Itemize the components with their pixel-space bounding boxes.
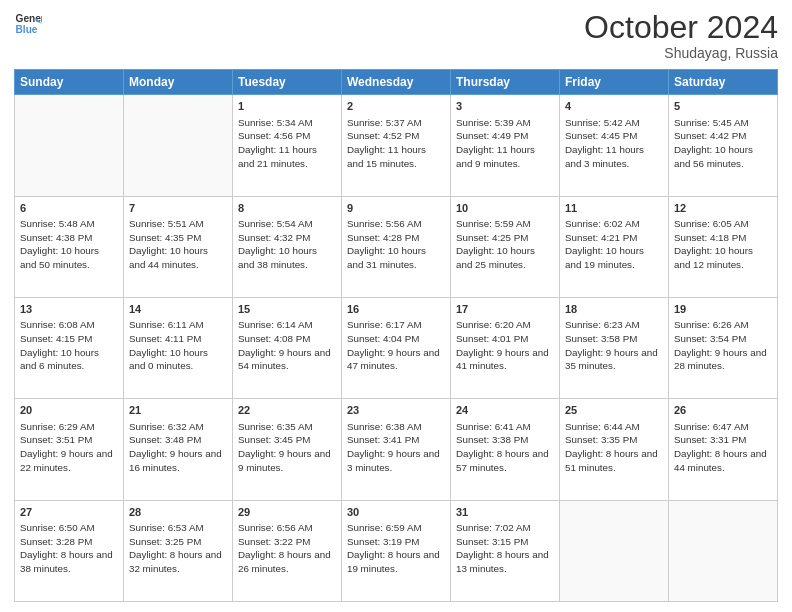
calendar-cell: 5Sunrise: 5:45 AM Sunset: 4:42 PM Daylig… <box>669 95 778 196</box>
col-header-sunday: Sunday <box>15 70 124 95</box>
day-info: Sunrise: 7:02 AM Sunset: 3:15 PM Dayligh… <box>456 521 554 576</box>
calendar-cell: 27Sunrise: 6:50 AM Sunset: 3:28 PM Dayli… <box>15 500 124 601</box>
calendar-cell <box>124 95 233 196</box>
day-number: 25 <box>565 403 663 418</box>
day-number: 22 <box>238 403 336 418</box>
day-number: 1 <box>238 99 336 114</box>
day-info: Sunrise: 6:47 AM Sunset: 3:31 PM Dayligh… <box>674 420 772 475</box>
calendar-cell: 15Sunrise: 6:14 AM Sunset: 4:08 PM Dayli… <box>233 297 342 398</box>
day-number: 29 <box>238 505 336 520</box>
calendar-cell: 1Sunrise: 5:34 AM Sunset: 4:56 PM Daylig… <box>233 95 342 196</box>
day-info: Sunrise: 5:54 AM Sunset: 4:32 PM Dayligh… <box>238 217 336 272</box>
calendar-cell: 21Sunrise: 6:32 AM Sunset: 3:48 PM Dayli… <box>124 399 233 500</box>
day-number: 8 <box>238 201 336 216</box>
day-info: Sunrise: 6:56 AM Sunset: 3:22 PM Dayligh… <box>238 521 336 576</box>
calendar-week-row: 6Sunrise: 5:48 AM Sunset: 4:38 PM Daylig… <box>15 196 778 297</box>
day-info: Sunrise: 6:29 AM Sunset: 3:51 PM Dayligh… <box>20 420 118 475</box>
page: General Blue October 2024 Shudayag, Russ… <box>0 0 792 612</box>
day-info: Sunrise: 5:34 AM Sunset: 4:56 PM Dayligh… <box>238 116 336 171</box>
day-info: Sunrise: 6:14 AM Sunset: 4:08 PM Dayligh… <box>238 318 336 373</box>
calendar-week-row: 13Sunrise: 6:08 AM Sunset: 4:15 PM Dayli… <box>15 297 778 398</box>
day-number: 10 <box>456 201 554 216</box>
day-info: Sunrise: 6:02 AM Sunset: 4:21 PM Dayligh… <box>565 217 663 272</box>
calendar-cell: 6Sunrise: 5:48 AM Sunset: 4:38 PM Daylig… <box>15 196 124 297</box>
day-info: Sunrise: 5:51 AM Sunset: 4:35 PM Dayligh… <box>129 217 227 272</box>
day-number: 17 <box>456 302 554 317</box>
day-number: 2 <box>347 99 445 114</box>
calendar-cell: 10Sunrise: 5:59 AM Sunset: 4:25 PM Dayli… <box>451 196 560 297</box>
day-info: Sunrise: 5:37 AM Sunset: 4:52 PM Dayligh… <box>347 116 445 171</box>
day-number: 15 <box>238 302 336 317</box>
day-number: 12 <box>674 201 772 216</box>
logo: General Blue <box>14 10 42 38</box>
day-info: Sunrise: 5:48 AM Sunset: 4:38 PM Dayligh… <box>20 217 118 272</box>
calendar-cell: 26Sunrise: 6:47 AM Sunset: 3:31 PM Dayli… <box>669 399 778 500</box>
calendar-cell: 9Sunrise: 5:56 AM Sunset: 4:28 PM Daylig… <box>342 196 451 297</box>
day-info: Sunrise: 6:53 AM Sunset: 3:25 PM Dayligh… <box>129 521 227 576</box>
calendar-cell: 23Sunrise: 6:38 AM Sunset: 3:41 PM Dayli… <box>342 399 451 500</box>
calendar-cell: 25Sunrise: 6:44 AM Sunset: 3:35 PM Dayli… <box>560 399 669 500</box>
day-number: 14 <box>129 302 227 317</box>
calendar-cell: 4Sunrise: 5:42 AM Sunset: 4:45 PM Daylig… <box>560 95 669 196</box>
calendar-cell: 22Sunrise: 6:35 AM Sunset: 3:45 PM Dayli… <box>233 399 342 500</box>
day-info: Sunrise: 5:39 AM Sunset: 4:49 PM Dayligh… <box>456 116 554 171</box>
calendar-cell: 13Sunrise: 6:08 AM Sunset: 4:15 PM Dayli… <box>15 297 124 398</box>
day-number: 21 <box>129 403 227 418</box>
calendar-week-row: 20Sunrise: 6:29 AM Sunset: 3:51 PM Dayli… <box>15 399 778 500</box>
col-header-monday: Monday <box>124 70 233 95</box>
day-info: Sunrise: 6:08 AM Sunset: 4:15 PM Dayligh… <box>20 318 118 373</box>
calendar-week-row: 1Sunrise: 5:34 AM Sunset: 4:56 PM Daylig… <box>15 95 778 196</box>
day-info: Sunrise: 5:59 AM Sunset: 4:25 PM Dayligh… <box>456 217 554 272</box>
title-block: October 2024 Shudayag, Russia <box>584 10 778 61</box>
day-number: 26 <box>674 403 772 418</box>
day-info: Sunrise: 6:59 AM Sunset: 3:19 PM Dayligh… <box>347 521 445 576</box>
day-number: 6 <box>20 201 118 216</box>
subtitle: Shudayag, Russia <box>584 45 778 61</box>
calendar-header-row: SundayMondayTuesdayWednesdayThursdayFrid… <box>15 70 778 95</box>
calendar-cell: 2Sunrise: 5:37 AM Sunset: 4:52 PM Daylig… <box>342 95 451 196</box>
day-number: 4 <box>565 99 663 114</box>
day-info: Sunrise: 6:41 AM Sunset: 3:38 PM Dayligh… <box>456 420 554 475</box>
calendar-cell: 7Sunrise: 5:51 AM Sunset: 4:35 PM Daylig… <box>124 196 233 297</box>
day-number: 5 <box>674 99 772 114</box>
svg-text:Blue: Blue <box>16 24 38 35</box>
day-info: Sunrise: 6:11 AM Sunset: 4:11 PM Dayligh… <box>129 318 227 373</box>
calendar-cell: 18Sunrise: 6:23 AM Sunset: 3:58 PM Dayli… <box>560 297 669 398</box>
day-info: Sunrise: 6:05 AM Sunset: 4:18 PM Dayligh… <box>674 217 772 272</box>
day-info: Sunrise: 5:42 AM Sunset: 4:45 PM Dayligh… <box>565 116 663 171</box>
calendar-cell <box>669 500 778 601</box>
day-info: Sunrise: 5:45 AM Sunset: 4:42 PM Dayligh… <box>674 116 772 171</box>
day-number: 31 <box>456 505 554 520</box>
day-info: Sunrise: 6:38 AM Sunset: 3:41 PM Dayligh… <box>347 420 445 475</box>
calendar-cell: 8Sunrise: 5:54 AM Sunset: 4:32 PM Daylig… <box>233 196 342 297</box>
calendar-cell: 29Sunrise: 6:56 AM Sunset: 3:22 PM Dayli… <box>233 500 342 601</box>
day-number: 23 <box>347 403 445 418</box>
day-number: 9 <box>347 201 445 216</box>
day-number: 20 <box>20 403 118 418</box>
calendar-cell: 17Sunrise: 6:20 AM Sunset: 4:01 PM Dayli… <box>451 297 560 398</box>
header: General Blue October 2024 Shudayag, Russ… <box>14 10 778 61</box>
calendar-cell: 11Sunrise: 6:02 AM Sunset: 4:21 PM Dayli… <box>560 196 669 297</box>
day-number: 7 <box>129 201 227 216</box>
day-info: Sunrise: 6:23 AM Sunset: 3:58 PM Dayligh… <box>565 318 663 373</box>
day-number: 19 <box>674 302 772 317</box>
calendar-cell: 12Sunrise: 6:05 AM Sunset: 4:18 PM Dayli… <box>669 196 778 297</box>
day-number: 30 <box>347 505 445 520</box>
day-info: Sunrise: 6:20 AM Sunset: 4:01 PM Dayligh… <box>456 318 554 373</box>
day-info: Sunrise: 6:50 AM Sunset: 3:28 PM Dayligh… <box>20 521 118 576</box>
day-number: 24 <box>456 403 554 418</box>
day-number: 18 <box>565 302 663 317</box>
calendar-cell <box>560 500 669 601</box>
day-number: 3 <box>456 99 554 114</box>
calendar-cell: 28Sunrise: 6:53 AM Sunset: 3:25 PM Dayli… <box>124 500 233 601</box>
day-info: Sunrise: 6:17 AM Sunset: 4:04 PM Dayligh… <box>347 318 445 373</box>
day-number: 11 <box>565 201 663 216</box>
col-header-thursday: Thursday <box>451 70 560 95</box>
day-number: 13 <box>20 302 118 317</box>
calendar-cell: 19Sunrise: 6:26 AM Sunset: 3:54 PM Dayli… <box>669 297 778 398</box>
calendar-cell: 16Sunrise: 6:17 AM Sunset: 4:04 PM Dayli… <box>342 297 451 398</box>
calendar-cell: 31Sunrise: 7:02 AM Sunset: 3:15 PM Dayli… <box>451 500 560 601</box>
calendar-cell: 30Sunrise: 6:59 AM Sunset: 3:19 PM Dayli… <box>342 500 451 601</box>
calendar-cell: 14Sunrise: 6:11 AM Sunset: 4:11 PM Dayli… <box>124 297 233 398</box>
day-number: 16 <box>347 302 445 317</box>
